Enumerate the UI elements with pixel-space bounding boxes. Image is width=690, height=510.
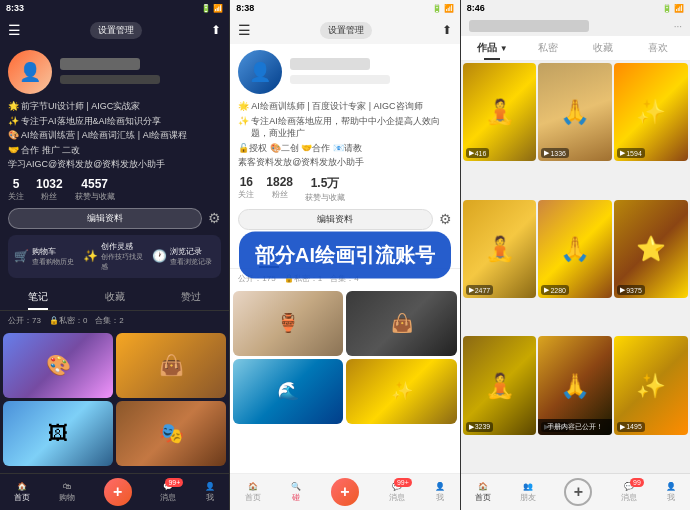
nav-bar-1: ☰ 设置管理 ⬆ [0, 16, 229, 44]
plus-btn-2[interactable]: + [331, 478, 359, 506]
note-card-s2-1[interactable]: 🏺 [233, 291, 343, 356]
s3-tab-collect[interactable]: 收藏 [575, 36, 630, 60]
phone-screen-1: 8:33 🔋📶 ☰ 设置管理 ⬆ 👤 [0, 0, 230, 510]
s3-tab-private[interactable]: 私密 [520, 36, 575, 60]
time-2: 8:38 [236, 3, 254, 13]
img-card-5[interactable]: 🙏 ▶ 2280 [538, 200, 612, 298]
settings-btn-2[interactable]: 设置管理 [320, 22, 372, 39]
profile-top-2: 👤 [238, 50, 451, 94]
img-card-8[interactable]: 🙏 ▶ 3498 手册内容已公开！ [538, 336, 612, 434]
shop-icon-1: 🛍 [63, 482, 71, 491]
views-1: ▶ 416 [466, 148, 490, 158]
nav-title-2: 设置管理 [257, 22, 435, 39]
note-card-2[interactable]: 👜 [116, 333, 226, 398]
phone-screen-3: 8:46 🔋📶 ··· 作品 ▼ 私密 收藏 喜欢 🧘 ▶ 416 🙏 ▶ [461, 0, 690, 510]
plus-btn-3[interactable]: + [564, 478, 592, 506]
profile-stats-2: 16 关注 1828 粉丝 1.5万 获赞与收藏 [238, 175, 451, 203]
nav-home-2[interactable]: 🏠 首页 [245, 482, 261, 503]
menu-icon-1[interactable]: ☰ [8, 22, 21, 38]
profile-name-2 [290, 58, 451, 73]
nav-profile-2[interactable]: 👤 我 [435, 482, 445, 503]
nav-home-3[interactable]: 🏠 首页 [475, 482, 491, 503]
stat-likes: 4557 获赞与收藏 [75, 177, 115, 202]
nav-messages-2[interactable]: 💬 99+ 消息 [389, 482, 405, 503]
img-buddha-7: 🧘 [463, 336, 537, 434]
status-bar-2: 8:38 🔋📶 [230, 0, 459, 16]
home-icon-3: 🏠 [478, 482, 488, 491]
note-img-2: 👜 [116, 333, 226, 398]
inspire-action[interactable]: ✨ 创作灵感 创作技巧找灵感 [83, 241, 146, 272]
nav-profile-3[interactable]: 👤 我 [666, 482, 676, 503]
note-card-3[interactable]: 🖼 [3, 401, 113, 466]
tab-notes-1[interactable]: 笔记 [0, 284, 76, 310]
img-buddha-4: 🧘 [463, 200, 537, 298]
status-bar-3: 8:46 🔋📶 [461, 0, 690, 16]
nav-home-1[interactable]: 🏠 首页 [14, 482, 30, 503]
message-badge-3: 99 [630, 478, 644, 487]
profile-icon-1: 👤 [205, 482, 215, 491]
gear-icon-2[interactable]: ⚙ [439, 211, 452, 227]
s3-tab-like[interactable]: 喜欢 [631, 36, 686, 60]
nav-messages-3[interactable]: 💬 99 消息 [621, 482, 637, 503]
nav-discover-2[interactable]: 🔍 碰 [291, 482, 301, 503]
nav-messages-1[interactable]: 💬 99+ 消息 [160, 482, 176, 503]
s3-tab-works[interactable]: 作品 ▼ [465, 36, 520, 60]
menu-icon-2[interactable]: ☰ [238, 22, 251, 38]
note-img-4: 🎭 [116, 401, 226, 466]
nav-shop-1[interactable]: 🛍 购物 [59, 482, 75, 503]
share-icon-2[interactable]: ⬆ [442, 23, 452, 37]
img-buddha-6: ⭐ [614, 200, 688, 298]
bottom-nav-3: 🏠 首页 👥 朋友 + 💬 99 消息 👤 我 [461, 473, 690, 510]
avatar-1: 👤 [8, 50, 52, 94]
img-card-6[interactable]: ⭐ ▶ 9375 [614, 200, 688, 298]
screen3-tabs: 作品 ▼ 私密 收藏 喜欢 [461, 36, 690, 61]
profile-bio-1: 🌟前字节UI设计师 | AIGC实战家 ✨专注于AI落地应用&AI绘画知识分享 … [8, 100, 221, 171]
note-card-s2-4[interactable]: ✨ [346, 359, 456, 424]
stat-likes-2: 1.5万 获赞与收藏 [305, 175, 345, 203]
stat-followers-2: 1828 粉丝 [266, 175, 293, 203]
img-card-2[interactable]: 🙏 ▶ 1336 [538, 63, 612, 161]
profile-section-1: 👤 🌟前字节UI设计师 | AIGC实战家 ✨专注于AI落地应用&AI绘画知识分… [0, 44, 229, 284]
gear-icon-1[interactable]: ⚙ [208, 210, 221, 226]
bottom-nav-2: 🏠 首页 🔍 碰 + 💬 99+ 消息 👤 我 [230, 473, 459, 510]
stat-following-2: 16 关注 [238, 175, 254, 203]
avatar-2: 👤 [238, 50, 282, 94]
cart-action[interactable]: 🛒 购物车 查看购物历史 [14, 241, 77, 272]
edit-profile-btn-1[interactable]: 编辑资料 [8, 208, 202, 229]
profile-info-1 [60, 58, 221, 86]
stat-followers: 1032 粉丝 [36, 177, 63, 202]
nav-profile-1[interactable]: 👤 我 [205, 482, 215, 503]
nav-friends-3[interactable]: 👥 朋友 [520, 482, 536, 503]
history-action[interactable]: 🕐 浏览记录 查看浏览记录 [152, 241, 215, 272]
views-5: ▶ 2280 [541, 285, 569, 295]
note-card-1[interactable]: 🎨 [3, 333, 113, 398]
home-icon-2: 🏠 [248, 482, 258, 491]
profile-top-1: 👤 [8, 50, 221, 94]
friends-icon-3: 👥 [523, 482, 533, 491]
profile-id-1 [60, 75, 221, 86]
views-4: ▶ 2477 [466, 285, 494, 295]
img-buddha-3: ✨ [614, 63, 688, 161]
buddha-banner: 手册内容已公开！ [538, 419, 612, 435]
img-card-7[interactable]: 🧘 ▶ 3239 [463, 336, 537, 434]
settings-btn-1[interactable]: 设置管理 [90, 22, 142, 39]
notes-stats-1: 公开：73 🔒私密：0 合集：2 [0, 311, 229, 330]
note-card-4[interactable]: 🎭 [116, 401, 226, 466]
header-title-blur [469, 20, 589, 32]
tab-likes-1[interactable]: 赞过 [153, 284, 229, 310]
discover-icon-2: 🔍 [291, 482, 301, 491]
img-card-9[interactable]: ✨ ▶ 1495 [614, 336, 688, 434]
overlay-banner: 部分AI绘画引流账号 [239, 232, 451, 279]
edit-profile-btn-2[interactable]: 编辑资料 [238, 209, 432, 230]
time-1: 8:33 [6, 3, 24, 13]
plus-btn-1[interactable]: + [104, 478, 132, 506]
img-card-1[interactable]: 🧘 ▶ 416 [463, 63, 537, 161]
tab-favorites-1[interactable]: 收藏 [76, 284, 152, 310]
note-card-s2-2[interactable]: 👜 [346, 291, 456, 356]
share-icon-1[interactable]: ⬆ [211, 23, 221, 37]
notes-grid-1: 🎨 👜 🖼 🎭 [0, 330, 229, 469]
note-card-s2-3[interactable]: 🌊 [233, 359, 343, 424]
img-buddha-9: ✨ [614, 336, 688, 434]
img-card-3[interactable]: ✨ ▶ 1594 [614, 63, 688, 161]
img-card-4[interactable]: 🧘 ▶ 2477 [463, 200, 537, 298]
